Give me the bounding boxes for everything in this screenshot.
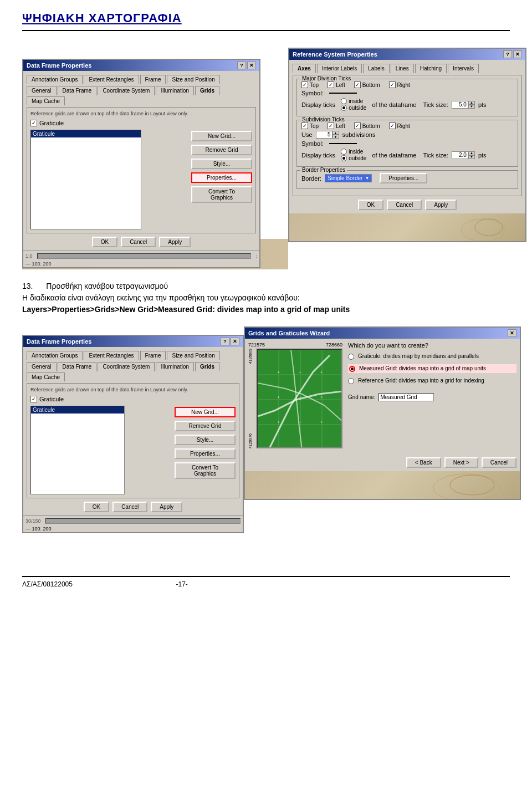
sub-spin-down[interactable]: ▼ xyxy=(332,135,339,139)
rsp-tab-interior[interactable]: Interior Labels xyxy=(317,64,362,73)
major-spin-up[interactable]: ▲ xyxy=(468,101,475,105)
sub-right-check[interactable]: ✓ Right xyxy=(389,123,410,129)
help-button-1[interactable]: ? xyxy=(237,62,246,69)
tab-general-2[interactable]: General xyxy=(27,362,57,371)
scale-num-1: : xyxy=(255,253,257,259)
major-spin-down[interactable]: ▼ xyxy=(468,105,475,109)
major-right-check[interactable]: ✓ Right xyxy=(389,81,410,88)
border-dropdown[interactable]: Simple Border ▼ xyxy=(325,174,372,182)
convert-button[interactable]: Convert To Graphics xyxy=(191,186,252,203)
sub-top-check[interactable]: ✓ Top xyxy=(301,123,319,129)
tab-annotation-groups[interactable]: Annotation Groups xyxy=(27,75,83,84)
tab-map-cache-2[interactable]: Map Cache xyxy=(27,372,65,381)
cancel-button-1[interactable]: Cancel xyxy=(121,237,156,247)
rsp-help-button[interactable]: ? xyxy=(503,50,512,58)
sub-spinner-input[interactable]: 5 xyxy=(316,131,332,139)
apply-button-1[interactable]: Apply xyxy=(159,237,191,247)
tab-extent-2[interactable]: Extent Rectangles xyxy=(84,351,139,360)
rsp-tab-hatching[interactable]: Hatching xyxy=(415,64,447,73)
close-button-2[interactable]: ✕ xyxy=(231,338,239,345)
ok-button-1[interactable]: OK xyxy=(92,237,117,247)
rsp-cancel-button[interactable]: Cancel xyxy=(387,200,422,210)
help-button-2[interactable]: ? xyxy=(221,338,229,345)
graticule-checkbox[interactable]: ✓ xyxy=(30,120,37,126)
wizard-back-button[interactable]: < Back xyxy=(406,457,441,468)
tab-data-frame-2[interactable]: Data Frame xyxy=(58,362,97,371)
major-outside-radio[interactable]: outside xyxy=(341,105,366,111)
graticule-list-item-2[interactable]: Graticule xyxy=(31,406,124,414)
rsp-close-button[interactable]: ✕ xyxy=(513,50,522,58)
rsp-tab-intervals[interactable]: Intervals xyxy=(448,64,479,73)
major-inside-radio[interactable]: inside xyxy=(341,98,366,104)
major-ticksize-spinner[interactable]: 5.0 ▲ ▼ xyxy=(452,101,475,109)
sub-ticksize-spinner[interactable]: 2.0 ▲ ▼ xyxy=(452,151,475,159)
tab-general[interactable]: General xyxy=(27,86,57,95)
tab-map-cache[interactable]: Map Cache xyxy=(27,96,65,105)
graticule-list-2[interactable]: Graticule xyxy=(30,406,125,494)
rsp-tab-labels[interactable]: Labels xyxy=(363,64,389,73)
new-grid-btn-2[interactable]: New Grid... xyxy=(175,407,236,417)
sub-spinner[interactable]: 5 ▲ ▼ xyxy=(316,131,339,139)
rsp-tab-lines[interactable]: Lines xyxy=(391,64,414,73)
grid-name-input[interactable] xyxy=(378,393,434,401)
tab-grids[interactable]: Grids xyxy=(195,86,219,95)
cancel-btn-2[interactable]: Cancel xyxy=(112,502,147,512)
scrollbar-track-1[interactable] xyxy=(37,253,252,259)
graticule-area-2: ✓ Graticule Graticule xyxy=(30,396,169,494)
remove-grid-btn-2[interactable]: Remove Grid xyxy=(175,421,236,431)
style-button[interactable]: Style... xyxy=(191,159,252,169)
wizard-radio-group: Graticule: divides map by meridians and … xyxy=(348,353,516,384)
tab-data-frame[interactable]: Data Frame xyxy=(58,86,97,95)
sub-ticksize-input[interactable]: 2.0 xyxy=(452,151,468,159)
tab-illumination-2[interactable]: Illumination xyxy=(156,362,194,371)
option-reference[interactable]: Reference Grid: divides map into a grid … xyxy=(348,377,516,384)
option-measured[interactable]: Measured Grid: divides map into a grid o… xyxy=(348,364,516,373)
properties-btn-2[interactable]: Properties... xyxy=(175,448,236,459)
rsp-tab-axes[interactable]: Axes xyxy=(293,64,316,73)
graticule-selected-item[interactable]: Graticule xyxy=(31,130,141,137)
ok-btn-2[interactable]: OK xyxy=(84,502,109,512)
rsp-ok-button[interactable]: OK xyxy=(358,200,383,210)
wizard-cancel-button[interactable]: Cancel xyxy=(482,457,516,468)
tab-frame[interactable]: Frame xyxy=(140,75,166,84)
wizard-next-button[interactable]: Next > xyxy=(444,457,478,468)
rsp-apply-button[interactable]: Apply xyxy=(425,200,457,210)
major-left-check[interactable]: ✓ Left xyxy=(328,81,345,88)
apply-btn-2[interactable]: Apply xyxy=(151,502,182,512)
contour-svg-rsp xyxy=(289,213,525,241)
major-ticksize-input[interactable]: 5.0 xyxy=(452,101,468,109)
properties-button[interactable]: Properties... xyxy=(191,172,252,183)
sub-inside-radio[interactable]: inside xyxy=(341,149,366,155)
tab-coord-2[interactable]: Coordinate System xyxy=(98,362,155,371)
sub-outside-radio[interactable]: outside xyxy=(341,155,366,161)
wizard-close-button[interactable]: ✕ xyxy=(508,329,516,337)
sub-bottom-check[interactable]: ✓ Bottom xyxy=(354,123,380,129)
major-top-check[interactable]: ✓ Top xyxy=(301,81,319,88)
tab-annotation-groups-2[interactable]: Annotation Groups xyxy=(27,351,83,360)
sub-spin-up2[interactable]: ▲ xyxy=(468,151,475,155)
tabs-row-2: General Data Frame Coordinate System Ill… xyxy=(27,85,256,105)
tab-size-2[interactable]: Size and Position xyxy=(167,351,219,360)
sub-spin-down2[interactable]: ▼ xyxy=(468,155,475,159)
option-graticule[interactable]: Graticule: divides map by meridians and … xyxy=(348,353,516,360)
tab-size-position[interactable]: Size and Position xyxy=(167,75,219,84)
convert-btn-2[interactable]: Convert To Graphics xyxy=(175,462,236,479)
graticule-cb-2[interactable]: ✓ xyxy=(30,396,37,402)
scroll-track-2[interactable] xyxy=(45,518,241,524)
remove-grid-button[interactable]: Remove Grid xyxy=(191,145,252,155)
tab-frame-2[interactable]: Frame xyxy=(140,351,166,360)
close-button-1[interactable]: ✕ xyxy=(247,62,256,69)
tab-coordinate-system[interactable]: Coordinate System xyxy=(98,86,155,95)
rsp-titlebar-buttons: ? ✕ xyxy=(503,50,522,58)
tab-grids-2[interactable]: Grids xyxy=(195,362,219,371)
major-bottom-check[interactable]: ✓ Bottom xyxy=(354,81,380,88)
graticule-list[interactable]: Graticule xyxy=(30,130,141,229)
new-grid-button[interactable]: New Grid... xyxy=(191,131,252,141)
sub-spin-up[interactable]: ▲ xyxy=(332,131,339,135)
sub-left-check[interactable]: ✓ Left xyxy=(328,123,345,129)
tab-extent-rectangles[interactable]: Extent Rectangles xyxy=(84,75,139,84)
style-btn-2[interactable]: Style... xyxy=(175,435,236,445)
tab-illumination[interactable]: Illumination xyxy=(156,86,194,95)
border-properties-btn[interactable]: Properties... xyxy=(380,173,427,183)
major-spinner-btns: ▲ ▼ xyxy=(468,101,475,109)
